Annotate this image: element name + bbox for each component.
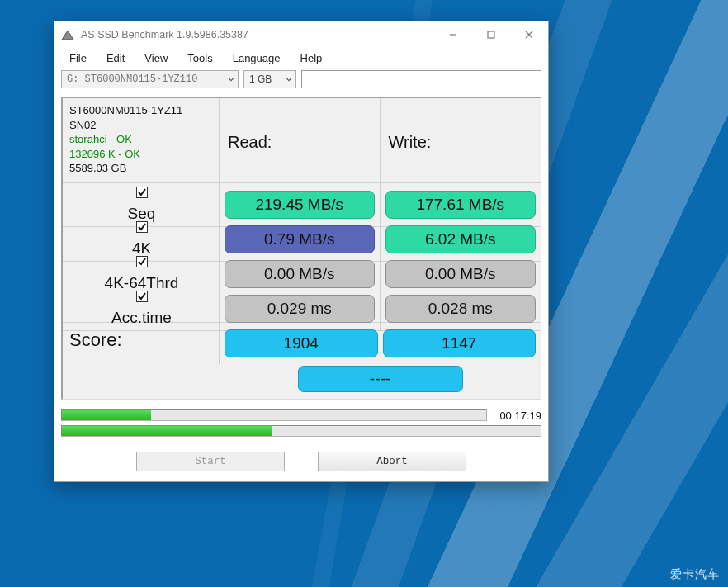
menu-tools[interactable]: Tools — [179, 50, 220, 66]
grid-header-row: ST6000NM0115-1YZ11 SN02 storahci - OK 13… — [63, 98, 541, 183]
toolbar-text-input[interactable] — [301, 70, 541, 88]
menu-language[interactable]: Language — [225, 50, 289, 66]
window-title: AS SSD Benchmark 1.9.5986.35387 — [81, 29, 248, 40]
row-seq: Seq 219.45 MB/s 177.61 MB/s — [63, 183, 541, 218]
app-window: AS SSD Benchmark 1.9.5986.35387 File Edi… — [54, 21, 549, 482]
button-row: Start Abort — [54, 445, 548, 481]
chevron-down-icon — [286, 76, 292, 83]
start-button: Start — [136, 452, 285, 471]
row-4k64: 4K-64Thrd 0.00 MB/s 0.00 MB/s — [63, 253, 541, 287]
driver-status: storahci - OK — [69, 132, 212, 147]
header-read: Read: — [220, 98, 381, 183]
progress-area: 00:17:19 — [54, 406, 548, 445]
menu-file[interactable]: File — [61, 50, 95, 66]
4k64-write: 0.00 MB/s — [385, 260, 537, 288]
close-button[interactable] — [510, 21, 548, 48]
titlebar[interactable]: AS SSD Benchmark 1.9.5986.35387 — [54, 21, 548, 48]
test-size-value: 1 GB — [249, 73, 272, 85]
row-4k: 4K 0.79 MB/s 6.02 MB/s — [63, 218, 541, 253]
overall-progress-fill — [62, 410, 151, 420]
header-write: Write: — [381, 98, 541, 183]
menubar: File Edit View Tools Language Help — [54, 48, 548, 70]
device-model: ST6000NM0115-1YZ11 — [69, 103, 212, 118]
toolbar: G: ST6000NM0115-1YZ110 1 GB — [54, 70, 548, 93]
menu-edit[interactable]: Edit — [98, 50, 133, 66]
app-icon — [61, 29, 74, 40]
drive-select-value: G: ST6000NM0115-1YZ110 — [67, 73, 197, 85]
4k-read: 0.79 MB/s — [225, 225, 375, 253]
row-score: Score: 1904 1147 ---- — [63, 322, 541, 399]
current-progress — [61, 425, 541, 437]
window-controls — [434, 21, 548, 48]
results-area: ST6000NM0115-1YZ11 SN02 storahci - OK 13… — [54, 93, 548, 406]
label-score: Score: — [63, 323, 220, 364]
checkbox-seq[interactable] — [136, 187, 148, 198]
drive-select[interactable]: G: ST6000NM0115-1YZ110 — [61, 70, 239, 88]
score-write: 1147 — [383, 329, 537, 357]
device-capacity: 5589.03 GB — [69, 161, 212, 176]
elapsed-time: 00:17:19 — [494, 409, 541, 422]
menu-view[interactable]: View — [136, 50, 176, 66]
seq-read: 219.45 MB/s — [225, 191, 375, 219]
alignment-status: 132096 K - OK — [69, 147, 212, 162]
minimize-button[interactable] — [434, 21, 472, 48]
maximize-button[interactable] — [472, 21, 510, 48]
device-info: ST6000NM0115-1YZ11 SN02 storahci - OK 13… — [63, 98, 220, 183]
menu-help[interactable]: Help — [292, 50, 331, 66]
abort-button[interactable]: Abort — [318, 452, 466, 471]
checkbox-4k[interactable] — [136, 221, 148, 233]
watermark: 爱卡汽车 — [670, 567, 720, 582]
device-firmware: SN02 — [69, 118, 212, 133]
seq-write: 177.61 MB/s — [385, 191, 537, 219]
4k64-read: 0.00 MB/s — [225, 260, 375, 288]
svg-rect-1 — [488, 31, 494, 38]
score-read: 1904 — [225, 329, 378, 357]
4k-write: 6.02 MB/s — [385, 225, 537, 253]
test-size-select[interactable]: 1 GB — [243, 70, 296, 88]
current-progress-fill — [62, 426, 272, 436]
checkbox-4k64[interactable] — [136, 256, 148, 267]
chevron-down-icon — [228, 76, 234, 83]
overall-progress — [61, 409, 487, 421]
row-acc: Acc.time 0.029 ms 0.028 ms — [63, 287, 541, 322]
results-grid: ST6000NM0115-1YZ11 SN02 storahci - OK 13… — [61, 97, 541, 400]
score-total: ---- — [298, 366, 463, 392]
acc-read: 0.029 ms — [225, 295, 375, 323]
acc-write: 0.028 ms — [385, 295, 537, 323]
checkbox-acc[interactable] — [136, 291, 148, 302]
